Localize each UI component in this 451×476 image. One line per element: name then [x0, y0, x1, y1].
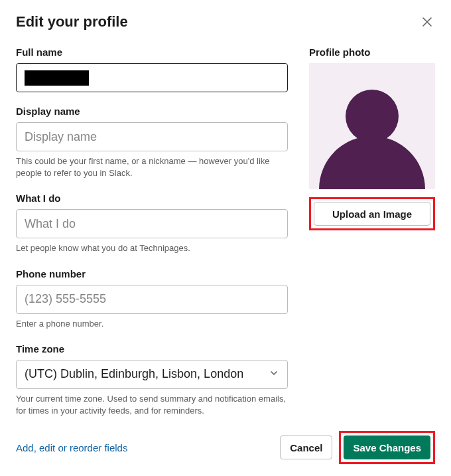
upload-image-button[interactable]: Upload an Image [314, 202, 430, 226]
phone-field: Phone number Enter a phone number. [16, 268, 288, 330]
what-i-do-field: What I do Let people know what you do at… [16, 193, 288, 254]
phone-helper: Enter a phone number. [16, 318, 288, 330]
full-name-redacted-value [25, 70, 89, 86]
save-highlight: Save Changes [339, 431, 435, 464]
reorder-fields-link[interactable]: Add, edit or reorder fields [16, 442, 127, 453]
display-name-label: Display name [16, 106, 288, 117]
form-column: Full name Display name This could be you… [16, 46, 288, 430]
modal-content: Full name Display name This could be you… [16, 46, 435, 430]
avatar-placeholder [309, 63, 435, 189]
what-i-do-label: What I do [16, 193, 288, 204]
cancel-button[interactable]: Cancel [280, 436, 332, 459]
footer-actions: Cancel Save Changes [280, 431, 435, 464]
display-name-helper: This could be your first name, or a nick… [16, 155, 288, 179]
svg-point-0 [346, 90, 399, 143]
phone-label: Phone number [16, 268, 288, 279]
full-name-field: Full name [16, 46, 288, 92]
timezone-value: (UTC) Dublin, Edinburgh, Lisbon, London [25, 367, 243, 381]
modal-footer: Add, edit or reorder fields Cancel Save … [16, 431, 435, 464]
full-name-label: Full name [16, 46, 288, 58]
save-changes-button[interactable]: Save Changes [344, 436, 430, 459]
profile-photo-label: Profile photo [309, 46, 435, 58]
close-icon [422, 17, 432, 27]
photo-column: Profile photo Upload an Image [309, 46, 435, 430]
display-name-field: Display name This could be your first na… [16, 106, 288, 179]
upload-highlight: Upload an Image [309, 197, 435, 230]
timezone-field: Time zone (UTC) Dublin, Edinburgh, Lisbo… [16, 343, 288, 417]
edit-profile-modal: Edit your profile Full name Display name… [0, 0, 451, 446]
display-name-input[interactable] [16, 122, 288, 151]
what-i-do-helper: Let people know what you do at Technipag… [16, 242, 288, 254]
avatar-icon [316, 76, 428, 189]
what-i-do-input[interactable] [16, 209, 288, 238]
modal-title: Edit your profile [16, 13, 128, 31]
timezone-label: Time zone [16, 343, 288, 355]
phone-input[interactable] [16, 285, 288, 314]
timezone-select[interactable]: (UTC) Dublin, Edinburgh, Lisbon, London [16, 360, 288, 389]
modal-header: Edit your profile [16, 13, 435, 31]
timezone-helper: Your current time zone. Used to send sum… [16, 393, 288, 417]
full-name-input[interactable] [16, 63, 288, 92]
close-button[interactable] [419, 14, 435, 30]
